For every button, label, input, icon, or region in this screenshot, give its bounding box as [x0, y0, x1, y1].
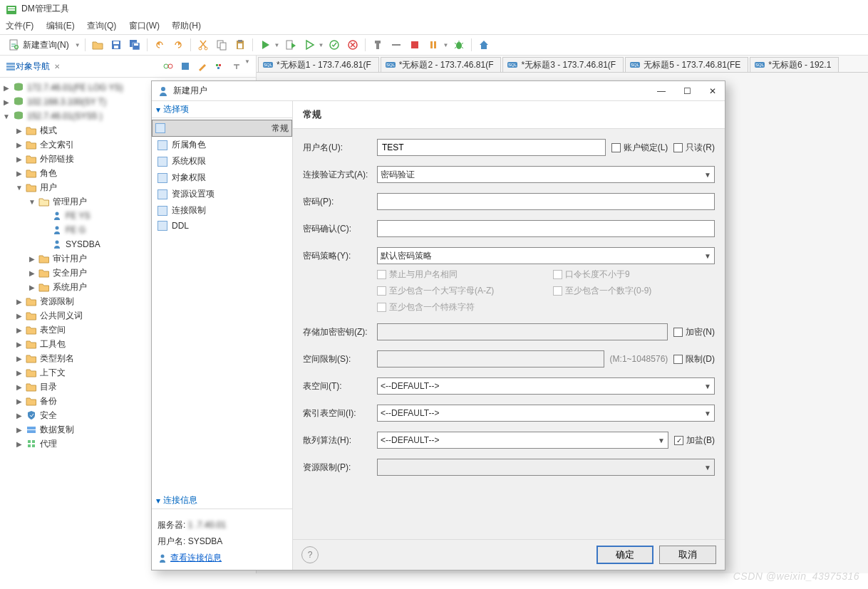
svg-rect-21 — [375, 41, 381, 43]
svg-rect-35 — [219, 64, 221, 66]
menu-file[interactable]: 文件(F) — [6, 21, 33, 31]
svg-text:SQL: SQL — [508, 63, 517, 67]
menu-help[interactable]: 帮助(H) — [172, 21, 201, 31]
password-input[interactable] — [377, 193, 715, 210]
opt-roles[interactable]: 所属角色 — [152, 137, 292, 153]
lock-checkbox[interactable]: 账户锁定(L) — [611, 142, 668, 154]
svg-rect-10 — [134, 43, 138, 46]
options-header[interactable]: ▾选择项 — [152, 101, 292, 118]
menubar: 文件(F) 编辑(E) 查询(Q) 窗口(W) 帮助(H) — [0, 18, 868, 34]
link-icon[interactable] — [160, 58, 176, 74]
refresh-icon[interactable] — [177, 58, 193, 74]
close-icon[interactable]: ✕ — [54, 63, 60, 71]
svg-rect-18 — [286, 41, 292, 49]
username-input[interactable] — [377, 139, 606, 156]
policy-label: 密码策略(Y): — [303, 250, 377, 262]
svg-rect-14 — [220, 43, 226, 50]
editor-tab[interactable]: SQL*无标题2 - 173.7.46.81(F — [381, 57, 502, 72]
idx-tablespace-select[interactable]: <--DEFAULT-->▼ — [377, 405, 715, 422]
app-icon — [6, 4, 17, 15]
save-icon[interactable] — [108, 37, 124, 53]
encrypt-checkbox[interactable]: 加密(N) — [673, 326, 715, 338]
tablespace-select[interactable]: <--DEFAULT-->▼ — [377, 377, 715, 395]
opt-objperm[interactable]: 对象权限 — [152, 170, 292, 186]
policy-opt-2: 至少包含一个大写字母(A-Z) — [377, 285, 539, 297]
edit-icon[interactable] — [195, 58, 210, 74]
menu-query[interactable]: 查询(Q) — [87, 21, 116, 31]
svg-rect-17 — [238, 43, 242, 48]
ok-button[interactable]: 确定 — [596, 546, 653, 564]
policy-select[interactable]: 默认密码策略▼ — [377, 247, 715, 264]
dialog-titlebar: 新建用户 — ☐ ✕ — [152, 81, 725, 100]
filter-icon[interactable] — [212, 58, 227, 74]
opt-connlimit[interactable]: 连接限制 — [152, 202, 292, 219]
svg-rect-26 — [434, 41, 436, 48]
dialog-title: 新建用户 — [173, 85, 207, 97]
svg-rect-47 — [28, 444, 31, 447]
commit-icon[interactable] — [326, 37, 342, 53]
editor-tab[interactable]: SQL*无标题6 - 192.1 — [750, 57, 839, 72]
hash-select[interactable]: <--DEFAULT-->▼ — [377, 432, 668, 449]
svg-rect-45 — [28, 440, 31, 443]
opt-general[interactable]: 常规 — [152, 120, 292, 137]
username-label: 用户名(U): — [303, 142, 377, 154]
opt-ddl[interactable]: DDL — [152, 219, 292, 233]
editor-tab[interactable]: SQL无标题5 - 173.7.46.81(FE — [625, 57, 748, 72]
tool2-icon[interactable] — [388, 37, 404, 53]
rollback-icon[interactable] — [345, 37, 361, 53]
policy-opt-0: 禁止与用户名相同 — [377, 269, 539, 281]
debug-icon[interactable] — [301, 37, 317, 53]
readonly-checkbox[interactable]: 只读(R) — [673, 142, 715, 154]
save-all-icon[interactable] — [127, 37, 143, 53]
menu-edit[interactable]: 编辑(E) — [46, 21, 75, 31]
menu-window[interactable]: 窗口(W) — [129, 21, 160, 31]
run-icon[interactable] — [257, 37, 273, 53]
open-icon[interactable] — [90, 37, 105, 53]
auth-select[interactable]: 密码验证▼ — [377, 166, 715, 183]
idx-tbs-label: 索引表空间(I): — [303, 407, 377, 419]
cancel-button[interactable]: 取消 — [659, 546, 716, 564]
nav-title: 对象导航 — [16, 61, 50, 73]
user-icon — [157, 85, 169, 97]
bug-icon[interactable] — [451, 37, 467, 53]
cut-icon[interactable] — [195, 37, 211, 53]
pwd-confirm-label: 密码确认(C): — [303, 223, 377, 235]
help-button[interactable]: ? — [301, 546, 319, 563]
stop-icon[interactable] — [407, 37, 423, 53]
storekey-input — [377, 323, 668, 340]
svg-rect-1 — [8, 7, 15, 9]
svg-rect-22 — [376, 43, 379, 49]
password-confirm-input[interactable] — [377, 220, 715, 237]
svg-point-42 — [56, 241, 59, 244]
limit-checkbox[interactable]: 限制(D) — [673, 353, 715, 365]
undo-icon[interactable] — [152, 37, 167, 53]
run-script-icon[interactable] — [283, 37, 299, 53]
copy-icon[interactable] — [214, 37, 229, 53]
redo-icon[interactable] — [170, 37, 186, 53]
editor-tab[interactable]: SQL*无标题3 - 173.7.46.81(F — [502, 57, 624, 72]
tool-icon[interactable] — [370, 37, 386, 53]
maximize-button[interactable]: ☐ — [681, 86, 693, 96]
svg-rect-24 — [411, 41, 418, 48]
svg-rect-43 — [27, 427, 36, 429]
salt-checkbox[interactable]: ✓加盐(B) — [674, 434, 715, 447]
editor-tab[interactable]: SQL*无标题1 - 173.7.46.81(F — [258, 57, 379, 72]
svg-rect-6 — [113, 41, 119, 44]
pause-icon[interactable] — [425, 37, 441, 53]
collapse-icon[interactable] — [229, 58, 244, 74]
paste-icon[interactable] — [232, 37, 248, 53]
new-query-button[interactable]: 新建查询(N) — [4, 38, 73, 53]
minimize-button[interactable]: — — [655, 86, 668, 96]
space-label: 空间限制(S): — [303, 353, 377, 365]
close-button[interactable]: ✕ — [706, 86, 719, 96]
dropdown-icon[interactable]: ▼ — [75, 42, 81, 48]
new-user-dialog: 新建用户 — ☐ ✕ ▾选择项 常规 所属角色 系统权限 对象权限 资源设置项 … — [151, 80, 725, 570]
space-input — [377, 350, 604, 368]
home-icon[interactable] — [476, 37, 492, 53]
opt-resource[interactable]: 资源设置项 — [152, 186, 292, 202]
svg-point-32 — [168, 64, 172, 68]
resource-select[interactable]: ▼ — [377, 459, 715, 476]
conninfo-header[interactable]: ▾连接信息 — [152, 492, 292, 509]
opt-sysperm[interactable]: 系统权限 — [152, 153, 292, 170]
view-conn-link[interactable]: 查看连接信息 — [157, 552, 286, 564]
